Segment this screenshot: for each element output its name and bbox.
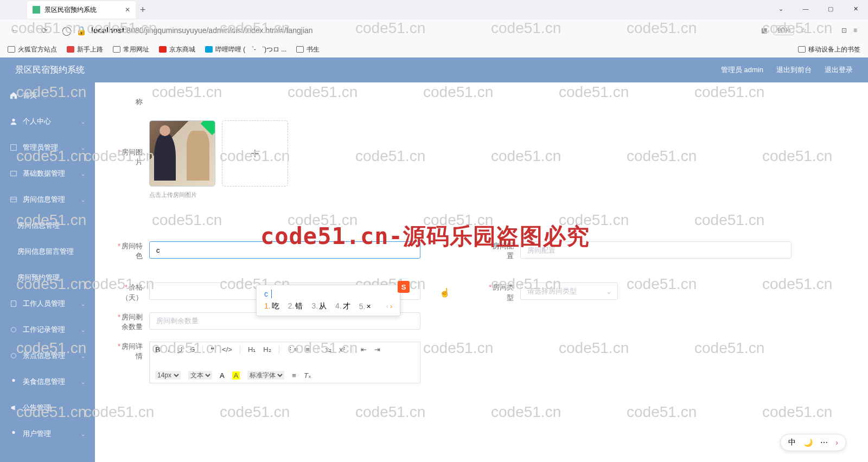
qr-icon[interactable]: ▦ xyxy=(761,27,767,34)
browser-tab[interactable]: 景区民宿预约系统 ✕ xyxy=(27,1,136,18)
bookmark-item[interactable]: 哔哩哔哩 ( ゜- ゜)つロ ... xyxy=(205,45,286,54)
image-upload-row: + xyxy=(149,120,288,187)
strike-icon[interactable]: S xyxy=(190,345,195,354)
svg-rect-5 xyxy=(11,301,16,307)
ime-candidates: 1.吃 2.错 3.从 4.才 5.× ‹ › xyxy=(264,301,392,311)
quote-icon[interactable]: ❝ xyxy=(210,345,214,354)
sidebar-sub-room-info[interactable]: 房间信息管理 xyxy=(0,213,95,239)
italic-icon[interactable]: I xyxy=(168,345,170,354)
ime-candidate[interactable]: 5.× xyxy=(359,302,371,311)
food-icon xyxy=(10,378,17,386)
scenic-icon xyxy=(10,352,17,360)
sidebar-sub-room-booking[interactable]: 房间预约管理 xyxy=(0,265,95,291)
list-ordered-icon[interactable]: ⋮≡ xyxy=(287,345,298,354)
bookmark-item[interactable]: 新手上路 xyxy=(67,45,103,54)
h1-icon[interactable]: H₁ xyxy=(248,345,256,354)
menu-icon[interactable]: ≡ xyxy=(853,27,857,34)
bookmark-mobile[interactable]: 移动设备上的书签 xyxy=(798,45,860,54)
ime-candidate[interactable]: 4.才 xyxy=(335,301,350,311)
outdent-icon[interactable]: ⇥ xyxy=(374,345,380,354)
underline-icon[interactable]: U xyxy=(177,345,182,354)
app-title: 景区民宿预约系统 xyxy=(15,65,85,76)
zoom-level[interactable]: 90% xyxy=(774,25,794,35)
svg-rect-1 xyxy=(11,145,17,151)
chevron-down-icon: ⌄ xyxy=(81,405,85,411)
sidebar-item-base-data[interactable]: 基础数据管理⌄ xyxy=(0,161,95,187)
subscript-icon[interactable]: x₂ xyxy=(326,345,332,354)
ime-candidate[interactable]: 1.吃 xyxy=(264,301,279,311)
bookmarks-bar: 火狐官方站点 新手上路 常用网址 京东商城 哔哩哔哩 ( ゜- ゜)つロ ...… xyxy=(0,41,868,57)
lang-collapse-icon[interactable]: › xyxy=(835,438,838,447)
font-family-select[interactable]: 标准字体 xyxy=(247,371,284,380)
list-bullet-icon[interactable]: ≡ xyxy=(305,345,310,354)
sidebar-item-admin[interactable]: 管理员管理⌄ xyxy=(0,134,95,161)
bg-color-icon[interactable]: A xyxy=(232,371,240,380)
add-image-button[interactable]: + xyxy=(222,120,288,187)
sidebar-item-profile[interactable]: 个人中心⌄ xyxy=(0,108,95,134)
feature-input[interactable] xyxy=(149,241,420,259)
window-dropdown[interactable]: ⌄ xyxy=(768,0,793,17)
font-color-icon[interactable]: A xyxy=(220,371,225,380)
svg-point-9 xyxy=(12,431,15,434)
label-detail: *房间详情 xyxy=(114,342,149,383)
sidebar-item-users[interactable]: 用户管理⌄ xyxy=(0,421,95,447)
nav-back-icon[interactable]: ← xyxy=(11,26,20,35)
bookmark-item[interactable]: 书生 xyxy=(296,45,320,54)
header-logout[interactable]: 退出登录 xyxy=(825,65,853,75)
sidebar-item-worklog[interactable]: 工作记录管理⌄ xyxy=(0,317,95,343)
align-icon[interactable]: ≡ xyxy=(292,371,296,380)
ime-popup: S c 1.吃 2.错 3.从 4.才 5.× ‹ › xyxy=(256,285,400,316)
chevron-down-icon: ⌄ xyxy=(81,301,85,307)
editor-toolbar: B I U S ❝ </> H₁ H₂ ⋮≡ ≡ x₂ xyxy=(149,342,420,383)
lock-icon: 🔒 xyxy=(76,25,87,36)
url-bar[interactable]: ◯ 🔒 localhost:8080/jingquminsuyuyue/admi… xyxy=(56,23,755,38)
sidebar-item-notice[interactable]: 公告管理⌄ xyxy=(0,395,95,421)
sidebar-item-scenic[interactable]: 景点信息管理⌄ xyxy=(0,343,95,369)
type-select[interactable]: 请选择房间类型 xyxy=(520,283,618,300)
sidebar: 首页 个人中心⌄ 管理员管理⌄ 基础数据管理⌄ 房间信息管理⌄ 房间信息管理 房… xyxy=(0,82,95,462)
bookmark-item[interactable]: 京东商城 xyxy=(159,45,195,54)
header-user[interactable]: 管理员 admin xyxy=(721,65,763,75)
label-image: *房间图片 xyxy=(114,120,149,199)
theme-icon[interactable]: 🌙 xyxy=(803,438,813,447)
ime-candidate[interactable]: 3.从 xyxy=(311,301,327,311)
bookmark-item[interactable]: 常用网址 xyxy=(113,45,149,54)
nav-forward-icon[interactable]: → xyxy=(26,26,35,35)
window-minimize[interactable]: — xyxy=(793,0,818,17)
paragraph-select[interactable]: 文本 xyxy=(188,371,212,380)
font-size-select[interactable]: 14px xyxy=(155,371,181,380)
header-right: 管理员 admin 退出到前台 退出登录 xyxy=(721,65,853,75)
data-icon xyxy=(10,170,17,177)
sidebar-item-room-info[interactable]: 房间信息管理⌄ xyxy=(0,187,95,213)
admin-icon xyxy=(10,144,17,151)
sidebar-sub-room-msg[interactable]: 房间信息留言管理 xyxy=(0,239,95,265)
svg-point-6 xyxy=(11,328,16,332)
chevron-down-icon: ⌄ xyxy=(81,119,85,125)
config-input[interactable] xyxy=(520,241,792,259)
superscript-icon[interactable]: x² xyxy=(339,345,345,354)
indent-icon[interactable]: ⇤ xyxy=(361,345,367,354)
extension-icon[interactable]: ⊡ xyxy=(841,27,847,34)
clear-icon[interactable]: Tₓ xyxy=(304,371,311,380)
language-bar[interactable]: 中 🌙 ⋯ › xyxy=(780,434,846,451)
window-maximize[interactable]: ▢ xyxy=(818,0,843,17)
sidebar-item-food[interactable]: 美食信息管理⌄ xyxy=(0,369,95,395)
code-icon[interactable]: </> xyxy=(222,345,232,354)
h2-icon[interactable]: H₂ xyxy=(263,345,271,354)
ime-candidate[interactable]: 2.错 xyxy=(288,301,303,311)
sidebar-item-staff[interactable]: 工作人员管理⌄ xyxy=(0,291,95,317)
bookmark-star-icon[interactable]: ☆ xyxy=(801,27,807,34)
header-exit-front[interactable]: 退出到前台 xyxy=(776,65,812,75)
lang-mode[interactable]: 中 xyxy=(788,438,796,447)
tab-close-icon[interactable]: ✕ xyxy=(125,6,130,14)
window-close[interactable]: ✕ xyxy=(843,0,868,17)
nav-reload-icon[interactable]: ⟳ xyxy=(41,26,50,35)
ime-nav[interactable]: ‹ › xyxy=(386,303,392,310)
label-name: 称 xyxy=(114,93,149,111)
new-tab-button[interactable]: + xyxy=(140,4,153,16)
bold-icon[interactable]: B xyxy=(155,345,160,354)
uploaded-image-thumb[interactable] xyxy=(149,120,215,187)
sidebar-item-home[interactable]: 首页 xyxy=(0,82,95,108)
lang-more-icon[interactable]: ⋯ xyxy=(820,438,828,447)
bookmark-item[interactable]: 火狐官方站点 xyxy=(8,45,57,54)
